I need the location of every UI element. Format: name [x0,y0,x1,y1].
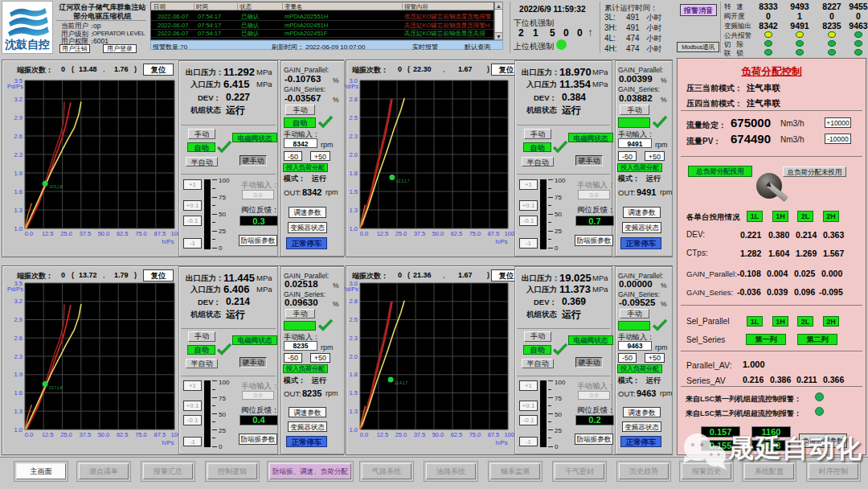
svg-text:22.3,1.7: 22.3,1.7 [396,179,410,183]
svg-text:h/Ps: h/Ps [162,238,174,244]
svg-text:1.8: 1.8 [350,371,358,378]
svg-text:50.0: 50.0 [432,431,444,438]
svg-text:62.5: 62.5 [451,431,463,438]
svg-text:12.5: 12.5 [377,431,389,438]
svg-text:2.6: 2.6 [14,335,23,342]
svg-text:h/Ps: h/Ps [495,439,507,446]
svg-text:75.0: 75.0 [135,431,147,438]
svg-text:62.5: 62.5 [451,230,463,237]
svg-text:12.5: 12.5 [377,230,389,237]
svg-text:Pd/Ps: Pd/Ps [7,83,23,90]
svg-text:1.0: 1.0 [350,426,358,434]
svg-text:2.9: 2.9 [14,114,23,121]
svg-text:37.5: 37.5 [414,230,426,237]
svg-text:1.5: 1.5 [350,188,358,195]
svg-text:25.0: 25.0 [60,230,72,237]
svg-text:25.0: 25.0 [395,230,407,237]
svg-text:Pd/Ps: Pd/Ps [7,286,23,293]
svg-text:37.5: 37.5 [79,431,91,438]
svg-text:2.8: 2.8 [350,96,358,103]
svg-text:75.0: 75.0 [469,431,481,438]
svg-text:3.2: 3.2 [14,96,23,103]
svg-text:1.9: 1.9 [14,371,23,378]
svg-text:25.0: 25.0 [60,431,72,438]
svg-text:Pd/Ps: Pd/Ps [342,83,358,90]
svg-text:1.3: 1.3 [14,408,23,415]
svg-text:2.5: 2.5 [350,114,358,121]
svg-text:62.5: 62.5 [117,230,129,237]
svg-text:0.0: 0.0 [360,431,368,438]
svg-text:2.8: 2.8 [350,298,358,305]
svg-text:75.0: 75.0 [135,230,147,237]
svg-text:0.0: 0.0 [25,431,33,438]
svg-text:1.3: 1.3 [350,207,358,214]
svg-text:1.3: 1.3 [14,207,23,214]
svg-text:h/Ps: h/Ps [162,439,174,446]
svg-text:87.5: 87.5 [154,230,166,237]
svg-text:62.5: 62.5 [117,431,129,438]
svg-text:0.0: 0.0 [25,230,33,237]
svg-text:Pd/Ps: Pd/Ps [342,286,358,293]
svg-text:1.0: 1.0 [14,426,23,434]
svg-text:2.9: 2.9 [14,316,23,323]
svg-text:50.0: 50.0 [432,230,444,237]
svg-text:1.8: 1.8 [350,170,358,177]
svg-text:2.6: 2.6 [14,133,23,140]
svg-text:1.0: 1.0 [14,225,23,232]
svg-text:2.5: 2.5 [350,316,358,323]
svg-text:2.0: 2.0 [350,151,358,158]
svg-text:25.0: 25.0 [395,431,407,438]
svg-text:1.5: 1.5 [350,389,358,397]
svg-text:3.2: 3.2 [14,298,23,305]
svg-text:2.3: 2.3 [14,151,23,158]
svg-text:2.3: 2.3 [14,353,23,360]
svg-text:13.7,1.8: 13.7,1.8 [49,386,63,390]
svg-text:50.0: 50.0 [98,431,110,438]
svg-text:1.6: 1.6 [14,389,23,397]
svg-text:87.5: 87.5 [154,431,166,438]
svg-text:0.0: 0.0 [360,230,368,237]
svg-text:12.5: 12.5 [42,431,54,438]
svg-text:87.5: 87.5 [488,230,500,237]
svg-text:21.4,1.7: 21.4,1.7 [395,381,408,385]
svg-text:37.5: 37.5 [414,431,426,438]
svg-text:12.5: 12.5 [42,230,54,237]
svg-text:75.0: 75.0 [469,230,481,237]
svg-text:13.5,1.8: 13.5,1.8 [49,185,63,189]
svg-text:50.0: 50.0 [98,230,110,237]
svg-text:2.3: 2.3 [350,133,358,140]
svg-text:2.3: 2.3 [350,335,358,342]
svg-text:h/Ps: h/Ps [495,238,507,244]
svg-text:1.0: 1.0 [350,225,358,232]
svg-text:87.5: 87.5 [488,431,500,438]
svg-text:37.5: 37.5 [79,230,91,237]
svg-text:1.3: 1.3 [350,408,358,415]
svg-text:2.0: 2.0 [350,353,358,360]
svg-text:1.9: 1.9 [14,170,23,177]
svg-text:1.6: 1.6 [14,188,23,195]
